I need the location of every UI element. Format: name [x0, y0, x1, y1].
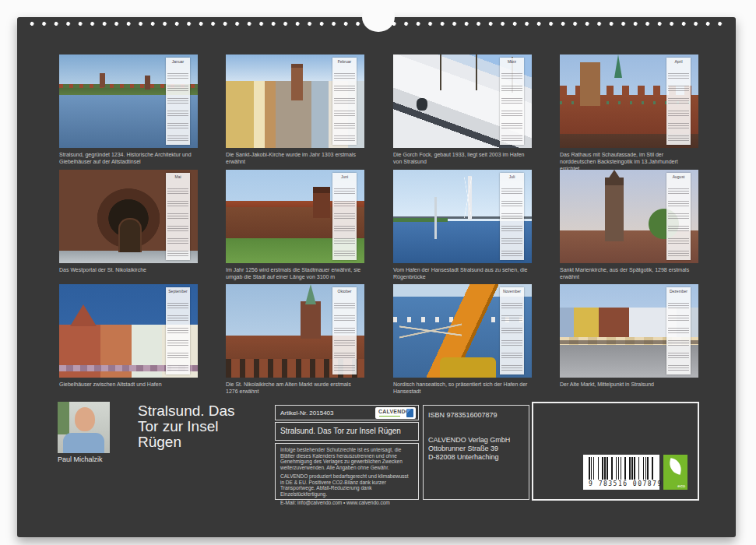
mini-calendar-month-label: Januar	[166, 58, 190, 64]
mini-calendar-strip: August	[666, 173, 691, 260]
barcode-digits: 9 783516 007879	[589, 480, 654, 487]
mini-calendar-strip: Februar	[332, 58, 357, 145]
mini-calendar-rows	[167, 181, 188, 258]
isbn-publisher-box: ISBN 9783516007879 CALVENDO Verlag GmbH …	[423, 405, 529, 500]
mini-calendar-month-label: Juli	[500, 173, 524, 179]
month-photo-april: April	[560, 54, 698, 148]
mini-calendar-rows	[167, 66, 188, 143]
month-caption: Das Westportal der St. Nikolaikirche	[59, 266, 196, 273]
mini-calendar-month-label: Juni	[332, 173, 357, 179]
legal-box: Infolge bestehender Schutzrechte ist es …	[275, 443, 419, 500]
month-photo-januar: Januar	[59, 54, 198, 148]
mini-calendar-strip: November	[500, 287, 524, 374]
month-caption: Der Alte Markt, Mittelpunkt in Stralsund	[560, 381, 697, 388]
mini-calendar-rows	[334, 66, 355, 143]
calvendo-logo: CALVENDO	[375, 407, 416, 419]
isbn-number: ISBN 9783516007879	[428, 411, 524, 419]
month-photo-august: August	[560, 170, 698, 263]
article-number: Artikel-Nr. 2015403	[280, 410, 333, 417]
mini-calendar-rows	[668, 66, 689, 143]
month-cell-januar: Januar Stralsund, gegründet 1234. Histor…	[59, 54, 198, 165]
month-caption: Giebelhäuser zwischen Altstadt und Hafen	[59, 381, 196, 388]
hanger-cutout	[362, 2, 395, 32]
author-name: Paul Michalzik	[58, 455, 103, 463]
leaf-icon	[667, 458, 684, 475]
mini-calendar-strip: Januar	[166, 58, 190, 145]
month-caption: Nordisch hanseatisch, so präsentiert sic…	[393, 381, 530, 395]
month-caption: Sankt Marienkirche, aus der Spätgotik, 1…	[560, 266, 697, 280]
mini-calendar-strip: April	[666, 58, 691, 145]
mini-calendar-strip: Dezember	[666, 287, 691, 374]
barcode-box: 9 783516 007879 eco	[532, 402, 699, 501]
calendar-back-page: Januar Stralsund, gegründet 1234. Histor…	[17, 17, 736, 537]
legal-eco-text: CALVENDO produziert bedarfsgerecht und k…	[280, 473, 413, 497]
month-caption: Das Rathaus mit Schaufassade, im Stil de…	[560, 151, 697, 172]
photo-plant-decoration	[58, 402, 69, 434]
calendar-title-box: Stralsund. Das Tor zur Insel Rügen	[275, 422, 419, 441]
mini-calendar-month-label: März	[500, 58, 524, 64]
month-cell-november: November Nordisch hanseatisch, so präsen…	[393, 284, 532, 395]
page-title: Stralsund. Das Tor zur Insel Rügen	[138, 403, 280, 450]
month-cell-februar: Februar Die Sankt-Jakobi-Kirche wurde im…	[226, 54, 364, 165]
month-photo-oktober: Oktober	[226, 284, 364, 378]
mini-calendar-strip: Juni	[332, 173, 357, 260]
mini-calendar-strip: Mai	[166, 173, 190, 260]
eco-badge: eco	[663, 455, 687, 490]
month-caption: Die Sankt-Jakobi-Kirche wurde im Jahr 13…	[226, 151, 363, 165]
barcode-bars	[589, 457, 654, 480]
month-caption: Die Gorch Fock, gebaut 1933, liegt seit …	[393, 151, 530, 165]
mini-calendar-month-label: Februar	[332, 58, 357, 64]
calvendo-logo-text: CALVENDO	[378, 409, 410, 414]
month-cell-august: August Sankt Marienkirche, aus der Spätg…	[560, 170, 698, 280]
month-photo-februar: Februar	[226, 54, 364, 148]
month-cell-oktober: Oktober Die St. Nikolaikirche am Alten M…	[226, 284, 364, 395]
month-cell-juni: Juni Im Jahr 1256 wird erstmals die Stad…	[226, 170, 364, 280]
month-caption: Stralsund, gegründet 1234. Historische A…	[59, 151, 196, 165]
mini-calendar-month-label: Mai	[166, 173, 190, 179]
mini-calendar-rows	[668, 181, 689, 258]
author-photo	[58, 402, 110, 453]
mini-calendar-rows	[334, 181, 355, 258]
photo-head	[75, 407, 95, 431]
mini-calendar-rows	[501, 181, 522, 258]
mini-calendar-month-label: August	[666, 173, 691, 179]
month-cell-juli: Juli Vom Hafen der Hansestadt Stralsund …	[393, 170, 532, 280]
mini-calendar-strip: Juli	[500, 173, 524, 260]
eco-label: eco	[677, 483, 685, 488]
mini-calendar-rows	[334, 296, 355, 373]
month-caption: Vom Hafen der Hansestadt Stralsund aus z…	[393, 266, 530, 280]
calvendo-logo-tagline	[379, 416, 400, 417]
mini-calendar-rows	[501, 66, 522, 143]
legal-copyright-text: Infolge bestehender Schutzrechte ist es …	[280, 447, 413, 470]
month-photo-juli: Juli	[393, 170, 532, 263]
article-number-box: Artikel-Nr. 2015403 CALVENDO	[275, 405, 419, 420]
month-caption: Im Jahr 1256 wird erstmals die Stadtmaue…	[226, 266, 363, 280]
month-photo-mai: Mai	[59, 170, 198, 263]
month-cell-mai: Mai Das Westportal der St. Nikolaikirche	[59, 170, 198, 273]
calendar-title: Stralsund. Das Tor zur Insel Rügen	[280, 427, 401, 435]
month-photo-november: November	[393, 284, 532, 378]
mini-calendar-rows	[167, 296, 188, 373]
month-cell-april: April Das Rathaus mit Schaufassade, im S…	[560, 54, 698, 172]
mini-calendar-month-label: November	[500, 287, 524, 294]
mini-calendar-month-label: Oktober	[332, 287, 357, 294]
mini-calendar-strip: Oktober	[332, 287, 357, 374]
month-cell-september: September Giebelhäuser zwischen Altstadt…	[59, 284, 198, 388]
month-photo-maerz: März	[393, 54, 532, 148]
publisher-address: CALVENDO Verlag GmbH Ottobrunner Straße …	[428, 436, 524, 462]
photo-shirt	[63, 433, 104, 453]
month-cell-maerz: März Die Gorch Fock, gebaut 1933, liegt …	[393, 54, 532, 165]
mini-calendar-month-label: September	[166, 287, 190, 294]
month-photo-september: September	[59, 284, 198, 378]
mini-calendar-strip: September	[166, 287, 190, 374]
mini-calendar-strip: März	[500, 58, 524, 145]
mini-calendar-month-label: Dezember	[666, 287, 691, 294]
barcode: 9 783516 007879	[583, 455, 659, 490]
month-caption: Die St. Nikolaikirche am Alten Markt wur…	[226, 381, 363, 395]
mini-calendar-rows	[668, 296, 689, 373]
month-cell-dezember: Dezember Der Alte Markt, Mittelpunkt in …	[560, 284, 698, 388]
month-photo-dezember: Dezember	[560, 284, 698, 378]
calendar-page-icon	[406, 409, 413, 417]
contact-line: E-Mail: info@calvendo.com • www.calvendo…	[280, 500, 413, 506]
mini-calendar-rows	[501, 296, 522, 373]
